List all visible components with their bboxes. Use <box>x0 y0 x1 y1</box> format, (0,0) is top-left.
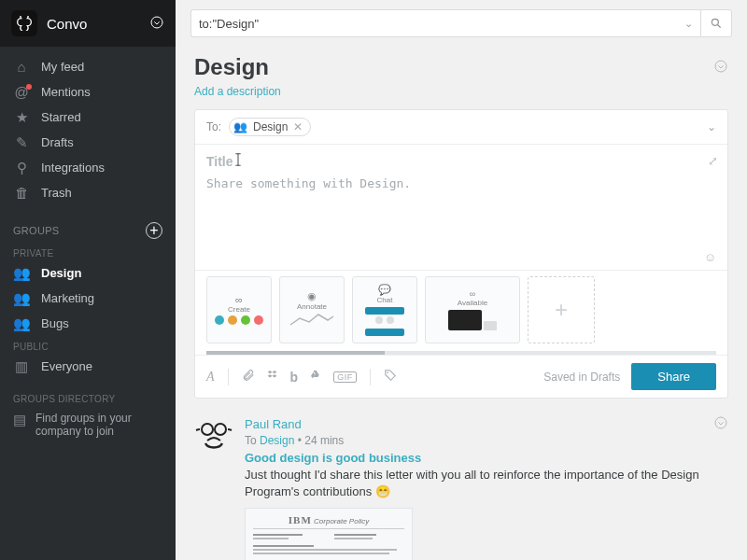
post-body: Paul Rand To Design • 24 mins Good desig… <box>245 415 728 560</box>
nav-label: Drafts <box>41 135 74 149</box>
svg-point-6 <box>215 424 226 435</box>
svg-point-3 <box>715 61 726 72</box>
post-group-link[interactable]: Design <box>260 434 294 447</box>
home-icon: ⌂ <box>13 60 30 74</box>
gif-button[interactable]: GIF <box>333 371 357 383</box>
people-icon: 👥 <box>13 316 30 330</box>
attachment-thumb[interactable]: ∞ Create <box>206 276 272 343</box>
topbar: to:"Design" ⌄ <box>176 0 747 47</box>
recipient-chip[interactable]: 👥 Design ✕ <box>229 118 311 136</box>
add-description-link[interactable]: Add a description <box>194 85 281 98</box>
composer: To: 👥 Design ✕ ⌄ ⤢ ☺ <box>194 109 728 399</box>
post-text: Just thought I'd share this letter with … <box>245 467 728 500</box>
workspace-menu-icon[interactable] <box>149 15 164 33</box>
dropbox-icon[interactable] <box>266 369 279 385</box>
group-marketing[interactable]: 👥 Marketing <box>0 286 176 311</box>
group-everyone[interactable]: ▥ Everyone <box>0 354 176 379</box>
google-drive-icon[interactable] <box>309 369 322 385</box>
people-icon: 👥 <box>13 291 30 305</box>
add-attachment-button[interactable]: + <box>528 276 595 343</box>
nav-label: My feed <box>41 60 84 74</box>
directory-icon: ▤ <box>13 412 26 438</box>
sidebar: Convo ⌂ My feed @ Mentions ★ Starred ✎ D… <box>0 0 176 560</box>
subsection-public: PUBLIC <box>0 336 176 354</box>
content: Design Add a description To: 👥 Design ✕ … <box>176 47 747 560</box>
chevron-down-icon[interactable]: ⌄ <box>684 18 693 30</box>
search-value: to:"Design" <box>199 17 259 31</box>
directory-link[interactable]: ▤ Find groups in your company to join <box>0 406 176 443</box>
share-button[interactable]: Share <box>631 363 716 390</box>
post-meta: To Design • 24 mins <box>245 434 728 447</box>
group-label: Design <box>41 266 81 280</box>
section-label: GROUPS <box>13 225 59 236</box>
main: to:"Design" ⌄ Design Add a description T… <box>176 0 747 560</box>
attachment-row: ∞ Create ◉ Annotate 💬 Chat <box>195 270 727 351</box>
subsection-private: PRIVATE <box>0 243 176 260</box>
app-logo-icon <box>11 10 37 36</box>
text-cursor-icon <box>233 152 244 167</box>
post: Paul Rand To Design • 24 mins Good desig… <box>194 415 728 560</box>
directory-label: Find groups in your company to join <box>35 412 162 438</box>
attachment-thumb[interactable]: ∞ Available <box>425 276 520 343</box>
people-icon: 👥 <box>233 120 247 133</box>
trash-icon: 🗑 <box>13 186 30 200</box>
mention-icon: @ <box>13 85 30 99</box>
attach-icon[interactable] <box>242 369 255 385</box>
separator <box>370 369 371 385</box>
format-icon[interactable]: A <box>206 370 215 385</box>
group-label: Marketing <box>41 291 94 305</box>
search-button[interactable] <box>700 9 732 37</box>
expand-icon[interactable]: ⤢ <box>708 154 718 168</box>
group-label: Bugs <box>41 316 69 330</box>
app-title: Convo <box>47 16 140 32</box>
plug-icon: ⚲ <box>13 161 30 175</box>
composer-body: ⤢ <box>195 145 727 250</box>
tag-icon[interactable] <box>384 369 397 385</box>
emoji-button[interactable]: ☺ <box>195 250 727 270</box>
box-icon[interactable]: b <box>290 370 299 385</box>
star-icon: ★ <box>13 110 30 124</box>
remove-chip-icon[interactable]: ✕ <box>293 120 303 133</box>
attachment-scrollbar[interactable] <box>206 351 716 355</box>
post-attachment[interactable]: IBM Corporate Policy <box>245 508 413 560</box>
post-title-link[interactable]: Good design is good business <box>245 451 728 465</box>
chevron-down-icon[interactable]: ⌄ <box>707 120 716 133</box>
people-icon: 👥 <box>13 266 30 280</box>
post-time: 24 mins <box>304 434 344 447</box>
post-menu-icon[interactable] <box>713 415 728 433</box>
composer-to-row: To: 👥 Design ✕ ⌄ <box>195 110 727 145</box>
nav-drafts[interactable]: ✎ Drafts <box>0 130 176 155</box>
title-input[interactable] <box>206 154 716 169</box>
post-author-link[interactable]: Paul Rand <box>245 417 302 431</box>
nav-starred[interactable]: ★ Starred <box>0 105 176 130</box>
add-group-icon[interactable]: + <box>146 222 162 239</box>
search: to:"Design" ⌄ <box>190 9 732 37</box>
svg-line-2 <box>718 25 721 28</box>
page-header: Design <box>194 54 728 80</box>
nav-integrations[interactable]: ⚲ Integrations <box>0 155 176 180</box>
nav-trash[interactable]: 🗑 Trash <box>0 180 176 205</box>
separator <box>228 369 229 385</box>
avatar[interactable] <box>194 415 233 455</box>
attachment-thumb[interactable]: ◉ Annotate <box>279 276 345 343</box>
page-menu-icon[interactable] <box>713 59 728 77</box>
saved-in-drafts-label: Saved in Drafts <box>543 371 620 384</box>
svg-point-0 <box>151 17 162 28</box>
nav-mentions[interactable]: @ Mentions <box>0 79 176 105</box>
search-input[interactable]: to:"Design" ⌄ <box>190 9 700 37</box>
group-design[interactable]: 👥 Design <box>0 260 176 286</box>
section-groups: GROUPS + <box>0 213 176 243</box>
page-title: Design <box>194 54 713 80</box>
nav-label: Integrations <box>41 161 105 175</box>
group-label: Everyone <box>41 359 92 373</box>
body-input[interactable] <box>206 176 716 240</box>
svg-point-4 <box>387 371 388 373</box>
nav-label: Starred <box>41 110 81 124</box>
group-bugs[interactable]: 👥 Bugs <box>0 311 176 336</box>
nav-my-feed[interactable]: ⌂ My feed <box>0 54 176 79</box>
draft-icon: ✎ <box>13 135 30 149</box>
svg-point-5 <box>202 424 213 435</box>
attachment-thumb[interactable]: 💬 Chat <box>352 276 417 343</box>
subsection-directory: GROUPS DIRECTORY <box>0 388 176 406</box>
svg-point-1 <box>712 19 718 25</box>
